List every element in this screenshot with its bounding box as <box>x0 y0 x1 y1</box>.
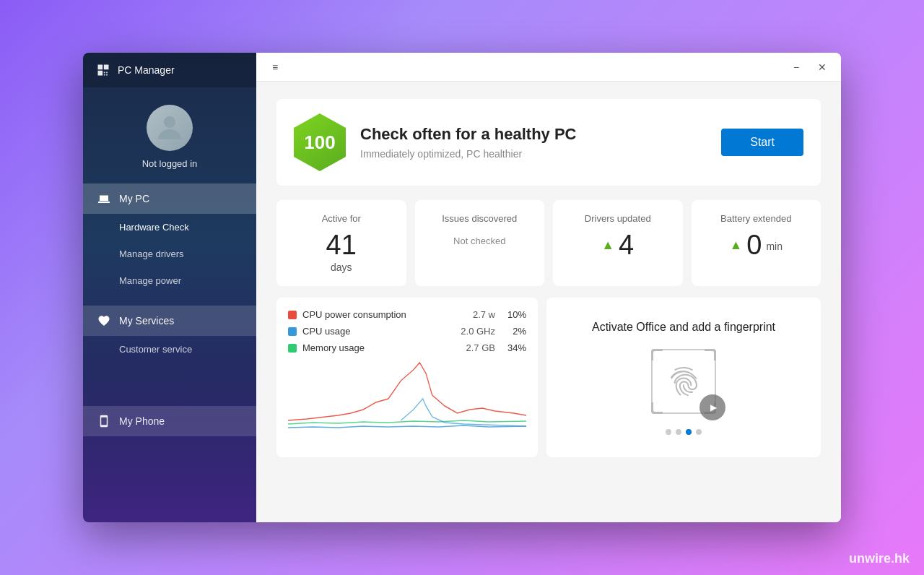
issues-label: Issues discovered <box>442 213 517 224</box>
watermark: unwire.hk <box>849 551 910 566</box>
dot-1[interactable] <box>666 429 671 435</box>
title-bar: ≡ − ✕ <box>256 53 841 82</box>
carousel-dots <box>666 429 702 435</box>
memory-percent: 34% <box>501 342 526 353</box>
perf-row-cpu-usage: CPU usage 2.0 GHz 2% <box>288 326 526 337</box>
stat-card-battery: Battery extended ▲ 0 min <box>692 200 821 286</box>
hamburger-button[interactable]: ≡ <box>265 57 285 77</box>
laptop-icon <box>97 192 110 205</box>
active-label: Active for <box>322 213 361 224</box>
score-text: Check often for a healthy PC Immediately… <box>360 125 707 160</box>
battery-label: Battery extended <box>720 213 791 224</box>
app-title: PC Manager <box>118 64 175 76</box>
sidebar-item-my-services[interactable]: My Services <box>83 306 256 336</box>
active-value: 41 <box>326 231 357 259</box>
sidebar-item-my-phone[interactable]: My Phone <box>83 406 256 436</box>
heart-icon <box>97 314 110 327</box>
score-badge: 100 <box>294 113 346 171</box>
sidebar: PC Manager Not logged in My PC Hardwa <box>83 53 256 522</box>
cpu-usage-dot <box>288 327 297 336</box>
battery-value-row: ▲ 0 min <box>729 231 783 259</box>
minimize-button[interactable]: − <box>786 57 806 77</box>
avatar <box>147 105 193 151</box>
nav-section: My PC Hardware Check Manage drivers Mana… <box>83 183 256 522</box>
sidebar-item-my-pc[interactable]: My PC <box>83 183 256 214</box>
play-button[interactable] <box>699 394 725 420</box>
sidebar-item-manage-drivers[interactable]: Manage drivers <box>83 241 256 267</box>
drivers-value: 4 <box>619 231 634 259</box>
perf-row-cpu-power: CPU power consumption 2.7 w 10% <box>288 309 526 320</box>
dot-2[interactable] <box>676 429 681 435</box>
fingerprint-container <box>648 345 720 418</box>
drivers-label: Drivers updated <box>585 213 651 224</box>
score-title: Check often for a healthy PC <box>360 125 707 144</box>
corner-tl <box>651 349 663 360</box>
cpu-power-value: 2.7 w <box>452 309 495 320</box>
sidebar-header: PC Manager <box>83 53 256 87</box>
office-card: Activate Office and add a fingerprint <box>546 298 821 457</box>
drivers-arrow-icon: ▲ <box>601 238 614 253</box>
bottom-row: CPU power consumption 2.7 w 10% CPU usag… <box>276 298 821 457</box>
sidebar-item-customer-service[interactable]: Customer service <box>83 336 256 363</box>
battery-unit: min <box>766 241 783 252</box>
stat-card-issues: Issues discovered Not checked <box>415 200 545 286</box>
memory-value: 2.7 GB <box>452 342 495 353</box>
dot-3[interactable] <box>686 429 692 435</box>
content-area: 100 Check often for a healthy PC Immedia… <box>256 82 841 522</box>
battery-arrow-icon: ▲ <box>729 238 742 253</box>
score-subtitle: Immediately optimized, PC healthier <box>360 148 707 160</box>
user-status: Not logged in <box>142 158 198 169</box>
app-logo-icon <box>95 61 112 79</box>
memory-dot <box>288 344 297 353</box>
drivers-value-row: ▲ 4 <box>601 231 634 259</box>
battery-value: 0 <box>746 231 762 259</box>
my-phone-label: My Phone <box>119 415 165 427</box>
main-content: ≡ − ✕ 100 Check often for a healthy PC I… <box>256 53 841 522</box>
cpu-usage-value: 2.0 GHz <box>452 326 495 337</box>
performance-card: CPU power consumption 2.7 w 10% CPU usag… <box>276 298 538 457</box>
score-section: 100 Check often for a healthy PC Immedia… <box>276 99 821 186</box>
score-number: 100 <box>304 131 335 154</box>
cpu-power-label: CPU power consumption <box>302 309 446 320</box>
close-button[interactable]: ✕ <box>812 57 832 77</box>
start-button[interactable]: Start <box>721 129 803 156</box>
issues-value: Not checked <box>453 235 505 246</box>
cpu-usage-percent: 2% <box>501 326 526 337</box>
active-unit: days <box>331 261 352 273</box>
cpu-power-percent: 10% <box>501 309 526 320</box>
memory-label: Memory usage <box>302 342 446 353</box>
cpu-usage-label: CPU usage <box>302 326 446 337</box>
corner-bl <box>651 402 663 414</box>
corner-tr <box>705 349 716 360</box>
sidebar-item-hardware-check[interactable]: Hardware Check <box>83 214 256 241</box>
my-services-label: My Services <box>119 315 174 327</box>
stats-row: Active for 41 days Issues discovered Not… <box>276 200 821 286</box>
cpu-power-dot <box>288 311 297 319</box>
office-title: Activate Office and add a fingerprint <box>592 321 775 334</box>
my-pc-label: My PC <box>119 193 149 204</box>
user-section: Not logged in <box>83 87 256 183</box>
perf-row-memory: Memory usage 2.7 GB 34% <box>288 342 526 353</box>
stat-card-drivers: Drivers updated ▲ 4 <box>553 200 683 286</box>
phone-icon <box>97 415 110 428</box>
dot-4[interactable] <box>696 429 702 435</box>
stat-card-active: Active for 41 days <box>276 200 406 286</box>
performance-chart <box>288 359 526 446</box>
fingerprint-icon <box>666 364 701 399</box>
svg-point-0 <box>164 116 175 128</box>
sidebar-item-manage-power[interactable]: Manage power <box>83 267 256 294</box>
app-window: PC Manager Not logged in My PC Hardwa <box>83 53 841 522</box>
